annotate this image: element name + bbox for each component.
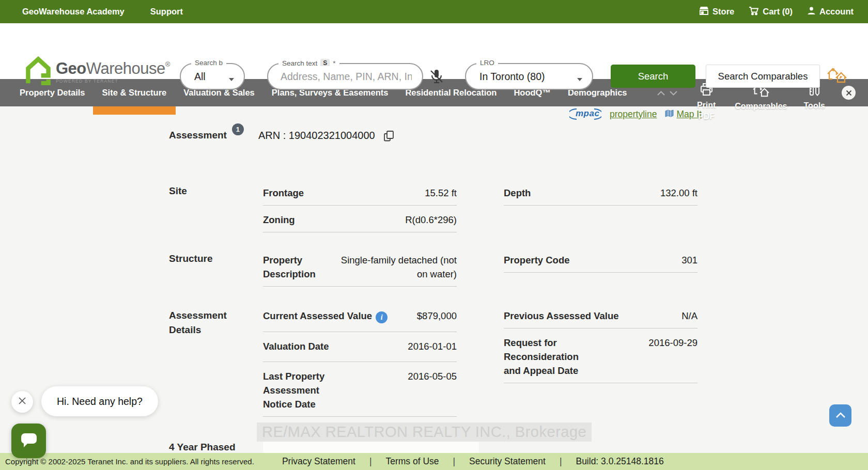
account-icon <box>807 6 816 17</box>
structure-section-heading: Structure <box>169 252 246 266</box>
quick-links: mpac propertyline Map It <box>569 108 702 120</box>
chevron-up-icon <box>835 411 846 420</box>
current-assessed-value-row: Current Assessed Value $879,000 <box>263 309 457 332</box>
valuation-date-label: Valuation Date <box>263 339 329 353</box>
security-statement-link[interactable]: Security Statement <box>469 456 546 467</box>
chevron-down-icon <box>228 74 235 79</box>
previous-assessed-value: N/A <box>623 309 698 323</box>
depth-label: Depth <box>504 186 531 200</box>
search-input[interactable] <box>281 66 412 87</box>
last-notice-date-value: 2016-05-05 <box>345 369 457 383</box>
logo-text-geo: Geo <box>56 59 86 77</box>
logo-registered-mark: ® <box>165 60 170 68</box>
terms-of-use-link[interactable]: Terms of Use <box>385 456 439 467</box>
frontage-label: Frontage <box>263 186 304 200</box>
property-description-value: Single-family detached (not on water) <box>335 253 457 281</box>
account-button[interactable]: Account <box>807 6 854 17</box>
copyright-text: Copyright © 2002-2025 Teranet Inc. and i… <box>5 457 254 466</box>
logo-house-icon <box>24 55 53 87</box>
depth-value: 132.00 ft <box>535 186 698 200</box>
expand-all-chevron-down-icon[interactable] <box>669 89 678 98</box>
structure-column-left: Property Description Single-family detac… <box>263 253 457 294</box>
assessment-section-title: Assessment <box>169 130 227 141</box>
propertyline-link[interactable]: propertyline <box>610 109 657 120</box>
brokerage-watermark: RE/MAX REALTRON REALTY INC., Brokerage <box>257 422 592 442</box>
structure-column-right: Property Code 301 <box>504 253 698 280</box>
search-button[interactable]: Search <box>611 65 695 88</box>
logo-tagline: POWERED BY TERANET <box>56 79 170 84</box>
footer-separator: | <box>453 456 456 467</box>
build-version: Build: 3.0.25148.1816 <box>576 456 663 467</box>
link-support[interactable]: Support <box>150 7 183 17</box>
search-by-label: Search b <box>191 59 226 67</box>
footer: Copyright © 2002-2025 Teranet Inc. and i… <box>0 453 868 470</box>
valuation-date-row: Valuation Date 2016-01-01 <box>263 339 457 362</box>
request-reconsideration-value: 2016-09-29 <box>600 336 698 350</box>
search-text-field: Search text S * <box>267 63 423 90</box>
cart-icon <box>749 6 759 18</box>
current-assessed-value-label: Current Assessed Value <box>263 309 372 323</box>
previous-assessed-value-label: Previous Assessed Value <box>504 309 618 323</box>
map-icon <box>665 109 674 119</box>
microphone-off-icon[interactable] <box>429 69 444 86</box>
zoning-label: Zoning <box>263 213 295 227</box>
assessment-details-section-heading: Assessment Details <box>169 308 246 337</box>
speech-bubble-icon <box>20 431 38 451</box>
last-notice-date-row: Last Property Assessment Notice Date 201… <box>263 369 457 417</box>
store-icon <box>699 6 709 17</box>
property-code-label: Property Code <box>504 253 569 267</box>
chat-dismiss-button[interactable] <box>11 391 33 413</box>
four-year-phased-heading: 4 Year Phased <box>169 440 267 455</box>
zoning-row: Zoning R(d0.6*296) <box>263 213 457 232</box>
assessment-details-column-right: Previous Assessed Value N/A Request for … <box>504 309 698 390</box>
geowarehouse-app: GeoWarehouse Academy Support Store Cart … <box>0 0 868 470</box>
search-by-dropdown[interactable]: Search b All <box>180 63 245 90</box>
last-notice-date-label: Last Property Assessment Notice Date <box>263 369 340 411</box>
privacy-statement-link[interactable]: Privacy Statement <box>282 456 355 467</box>
zoning-value: R(d0.6*296) <box>299 213 457 227</box>
chat-greeting-bubble[interactable]: Hi. Need any help? <box>41 386 158 416</box>
property-description-label: Property Description <box>263 253 330 281</box>
frontage-value: 15.52 ft <box>308 186 457 200</box>
property-code-value: 301 <box>574 253 698 267</box>
current-assessed-value: $879,000 <box>392 309 457 323</box>
scroll-to-top-button[interactable] <box>829 404 851 427</box>
frontage-row: Frontage 15.52 ft <box>263 186 457 206</box>
search-by-value: All <box>194 71 206 83</box>
valuation-date-value: 2016-01-01 <box>333 339 457 353</box>
property-code-row: Property Code 301 <box>504 253 698 273</box>
close-icon <box>18 397 26 407</box>
depth-row: Depth 132.00 ft <box>504 186 698 206</box>
request-reconsideration-label: Request for Reconsideration and Appeal D… <box>504 336 596 378</box>
top-bar: GeoWarehouse Academy Support Store Cart … <box>0 0 868 23</box>
footer-separator: | <box>369 456 372 467</box>
header: GeoWarehouse® POWERED BY TERANET Search … <box>0 23 868 79</box>
chevron-down-icon <box>577 74 583 79</box>
assessment-details-column-left: Current Assessed Value $879,000 Valuatio… <box>263 309 457 424</box>
site-column-right: Depth 132.00 ft <box>504 186 698 213</box>
footer-separator: | <box>560 456 562 467</box>
cart-button[interactable]: Cart (0) <box>749 6 793 18</box>
link-geowarehouse-academy[interactable]: GeoWarehouse Academy <box>22 7 125 17</box>
logo-text-warehouse: Warehouse <box>86 59 165 77</box>
print-pdf-button[interactable]: Print PDF <box>694 83 718 122</box>
property-description-row: Property Description Single-family detac… <box>263 253 457 287</box>
site-section-heading: Site <box>169 184 246 198</box>
info-icon[interactable] <box>376 311 388 323</box>
close-nav-icon[interactable] <box>842 86 856 100</box>
mpac-logo[interactable]: mpac <box>569 108 601 120</box>
geowarehouse-logo[interactable]: GeoWarehouse® POWERED BY TERANET <box>24 55 170 87</box>
site-column-left: Frontage 15.52 ft Zoning R(d0.6*296) <box>263 186 457 240</box>
assessment-arn-row: Assessment 1 ARN : 190402321004000 <box>169 129 394 142</box>
arn-value: ARN : 190402321004000 <box>258 130 375 142</box>
collapse-all-chevron-up-icon[interactable] <box>657 89 665 98</box>
search-comparables-button[interactable]: Search Comparables <box>706 65 820 88</box>
store-button[interactable]: Store <box>699 6 734 17</box>
request-reconsideration-row: Request for Reconsideration and Appeal D… <box>504 336 698 383</box>
lro-label: LRO <box>476 59 498 67</box>
lro-dropdown[interactable]: LRO In Toronto (80) <box>465 63 593 90</box>
comparables-houses-icon[interactable] <box>826 66 848 85</box>
copy-arn-icon[interactable] <box>383 130 394 142</box>
chat-launcher-button[interactable] <box>11 424 46 458</box>
previous-assessed-value-row: Previous Assessed Value N/A <box>504 309 698 328</box>
